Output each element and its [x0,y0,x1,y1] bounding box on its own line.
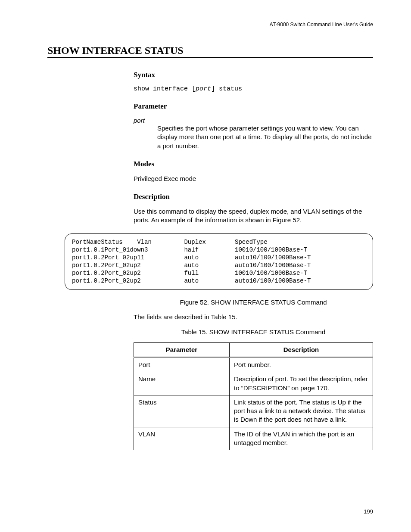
table-cell-param: Port [134,358,230,372]
example-line: port1.0.1Port_01down3 half 10010/100/100… [72,246,366,254]
table-row: VLAN The ID of the VLAN in which the por… [134,427,373,450]
table-row: Port Port number. [134,358,373,372]
syntax-post: ] status [211,85,242,93]
table-cell-param: Name [134,372,230,395]
table-cell-desc: Description of port. To set the descript… [230,372,373,395]
syntax-arg: port [196,85,211,93]
table-head-parameter: Parameter [134,342,230,357]
modes-text: Privileged Exec mode [134,174,373,183]
content-block: Syntax show interface [port] status Para… [134,71,373,225]
example-line: PortNameStatus Vlan Duplex SpeedType [72,238,366,246]
syntax-heading: Syntax [134,71,373,79]
modes-heading: Modes [134,160,373,168]
table-cell-param: VLAN [134,427,230,450]
figure-caption: Figure 52. SHOW INTERFACE STATUS Command [134,299,373,306]
fields-intro: The fields are described in Table 15. [134,313,373,321]
example-line: port1.0.2Port_02up2 auto auto10/100/1000… [72,277,366,285]
table-cell-desc: Link status of the port. The status is U… [230,395,373,427]
description-text: Use this command to display the speed, d… [134,207,373,225]
example-box: PortNameStatus Vlan Duplex SpeedType por… [65,233,373,290]
description-heading: Description [134,193,373,201]
table-caption: Table 15. SHOW INTERFACE STATUS Command [134,328,373,336]
table-header-row: Parameter Description [134,342,373,357]
example-line: port1.0.2Port_02up2 auto auto10/100/1000… [72,261,366,269]
syntax-pre: show interface [ [134,85,196,93]
table-cell-desc: Port number. [230,358,373,372]
table-row: Name Description of port. To set the des… [134,372,373,395]
table-head-description: Description [230,342,373,357]
table-cell-param: Status [134,395,230,427]
parameter-heading: Parameter [134,102,373,111]
syntax-line: show interface [port] status [134,85,373,93]
example-line: port1.0.2Port_02up11 auto auto10/100/100… [72,254,366,261]
page-number: 199 [364,508,373,515]
parameter-name: port [134,117,373,124]
description-table: Parameter Description Port Port number. … [134,342,373,450]
table-cell-desc: The ID of the VLAN in which the port is … [230,427,373,450]
table-row: Status Link status of the port. The stat… [134,395,373,427]
page-title: SHOW INTERFACE STATUS [47,45,373,58]
parameter-desc: Specifies the port whose parameter setti… [157,124,373,150]
example-line: port1.0.2Port_02up2 full 10010/100/1000B… [72,269,366,277]
post-example-block: Figure 52. SHOW INTERFACE STATUS Command… [134,299,373,451]
header-guide-title: AT-9000 Switch Command Line User's Guide [47,22,373,28]
